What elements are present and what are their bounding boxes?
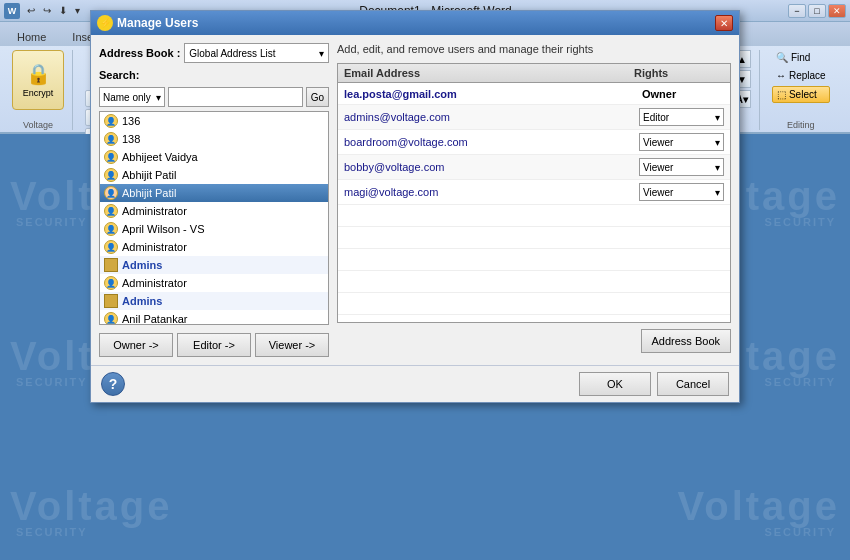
email-5: magi@voltage.com <box>344 186 639 198</box>
empty-row-4 <box>338 271 730 293</box>
user-list[interactable]: 👤 136 👤 138 👤 Abhijeet Vaidya 👤 Abhijit … <box>99 111 329 325</box>
owner-btn[interactable]: Owner -> <box>99 333 173 357</box>
user-item-administrator1[interactable]: 👤 Administrator <box>100 202 328 220</box>
tab-home[interactable]: Home <box>4 27 59 46</box>
user-name: 136 <box>122 115 140 127</box>
editor-btn[interactable]: Editor -> <box>177 333 251 357</box>
help-button[interactable]: ? <box>101 372 125 396</box>
group-admins-1[interactable]: Admins <box>100 256 328 274</box>
group-name: Admins <box>122 259 162 271</box>
cancel-button[interactable]: Cancel <box>657 372 729 396</box>
user-item-administrator3[interactable]: 👤 Administrator <box>100 274 328 292</box>
maximize-btn[interactable]: □ <box>808 4 826 18</box>
search-label: Search: <box>99 69 329 81</box>
dialog-body: Address Book : Global Address List ▾ Sea… <box>91 35 739 365</box>
replace-icon: ↔ <box>776 70 786 81</box>
user-item-abhijit1[interactable]: 👤 Abhijit Patil <box>100 166 328 184</box>
user-name: Abhijit Patil <box>122 169 176 181</box>
save-btn[interactable]: ⬇ <box>56 4 70 17</box>
rights-value-4: Viewer <box>643 162 673 173</box>
right-panel: Add, edit, and remove users and manage t… <box>337 43 731 357</box>
empty-row-6 <box>338 315 730 323</box>
address-book-arrow: ▾ <box>319 48 324 59</box>
user-item-abhijeet[interactable]: 👤 Abhijeet Vaidya <box>100 148 328 166</box>
address-book-btn[interactable]: Address Book <box>641 329 731 353</box>
window-controls: − □ ✕ <box>788 4 846 18</box>
encrypt-label: Encrypt <box>23 88 54 98</box>
security-text-1: SECURITY <box>16 216 88 228</box>
search-icon: 🔍 <box>776 52 788 63</box>
search-input[interactable] <box>168 87 303 107</box>
rights-dropdown-5[interactable]: Viewer ▾ <box>639 183 724 201</box>
group-admins-2[interactable]: Admins <box>100 292 328 310</box>
rights-row-1: lea.posta@gmail.com Owner <box>338 83 730 105</box>
select-label: Select <box>789 89 817 100</box>
go-button[interactable]: Go <box>306 87 329 107</box>
email-col-header: Email Address <box>344 67 634 79</box>
user-item-136[interactable]: 👤 136 <box>100 112 328 130</box>
user-item-april1[interactable]: 👤 April Wilson - VS <box>100 220 328 238</box>
left-panel: Address Book : Global Address List ▾ Sea… <box>99 43 329 357</box>
rights-value-2: Editor <box>643 112 669 123</box>
rights-dropdown-2[interactable]: Editor ▾ <box>639 108 724 126</box>
email-3: boardroom@voltage.com <box>344 136 639 148</box>
replace-label: Replace <box>789 70 826 81</box>
dialog-icon: ⚡ <box>97 15 113 31</box>
user-name: Administrator <box>122 241 187 253</box>
user-item-138[interactable]: 👤 138 <box>100 130 328 148</box>
search-type-dropdown[interactable]: Name only ▾ <box>99 87 165 107</box>
search-type-arrow: ▾ <box>156 92 161 103</box>
dropdown-arrow-3: ▾ <box>715 137 720 148</box>
user-icon: 👤 <box>104 168 118 182</box>
find-label: Find <box>791 52 810 63</box>
user-icon: 👤 <box>104 150 118 164</box>
security-text-2: SECURITY <box>764 216 836 228</box>
rights-dropdown-3[interactable]: Viewer ▾ <box>639 133 724 151</box>
user-icon: 👤 <box>104 276 118 290</box>
user-icon: 👤 <box>104 222 118 236</box>
search-type-value: Name only <box>103 92 151 103</box>
user-icon: 👤 <box>104 240 118 254</box>
user-icon: 👤 <box>104 114 118 128</box>
dialog-close-btn[interactable]: ✕ <box>715 15 733 31</box>
user-name: Abhijit Patil <box>122 187 176 199</box>
encrypt-button[interactable]: 🔒 Encrypt <box>12 50 64 110</box>
viewer-btn[interactable]: Viewer -> <box>255 333 329 357</box>
undo-btn[interactable]: ↩ <box>24 4 38 17</box>
minimize-btn[interactable]: − <box>788 4 806 18</box>
select-btn[interactable]: ⬚ Select <box>772 86 830 103</box>
user-icon: 👤 <box>104 312 118 325</box>
close-btn[interactable]: ✕ <box>828 4 846 18</box>
user-item-administrator2[interactable]: 👤 Administrator <box>100 238 328 256</box>
email-2: admins@voltage.com <box>344 111 639 123</box>
dropdown-arrow-2: ▾ <box>715 112 720 123</box>
right-description: Add, edit, and remove users and manage t… <box>337 43 731 55</box>
user-item-abhijit2[interactable]: 👤 Abhijit Patil <box>100 184 328 202</box>
user-item-anil[interactable]: 👤 Anil Patankar <box>100 310 328 325</box>
group-icon <box>104 294 118 308</box>
ok-button[interactable]: OK <box>579 372 651 396</box>
security-text-4: SECURITY <box>764 376 836 388</box>
empty-row-2 <box>338 227 730 249</box>
dropdown-btn[interactable]: ▾ <box>72 4 83 17</box>
rights-row-2: admins@voltage.com Editor ▾ <box>338 105 730 130</box>
user-name: Administrator <box>122 205 187 217</box>
rights-row-3: boardroom@voltage.com Viewer ▾ <box>338 130 730 155</box>
search-row: Name only ▾ Go <box>99 87 329 107</box>
rights-col-header: Rights <box>634 67 724 79</box>
quick-access-toolbar: ↩ ↪ ⬇ ▾ <box>24 4 83 17</box>
user-name: Administrator <box>122 277 187 289</box>
group-icon <box>104 258 118 272</box>
replace-btn[interactable]: ↔ Replace <box>772 68 830 83</box>
redo-btn[interactable]: ↪ <box>40 4 54 17</box>
user-name: Anil Patankar <box>122 313 187 325</box>
user-icon: 👤 <box>104 204 118 218</box>
watermark-5: Voltage <box>10 484 173 529</box>
title-bar-left: W ↩ ↪ ⬇ ▾ <box>4 3 83 19</box>
rights-dropdown-4[interactable]: Viewer ▾ <box>639 158 724 176</box>
user-icon: 👤 <box>104 186 118 200</box>
rights-table-header: Email Address Rights <box>338 64 730 83</box>
find-btn[interactable]: 🔍 Find <box>772 50 830 65</box>
email-1: lea.posta@gmail.com <box>344 88 639 100</box>
address-book-dropdown[interactable]: Global Address List ▾ <box>184 43 329 63</box>
